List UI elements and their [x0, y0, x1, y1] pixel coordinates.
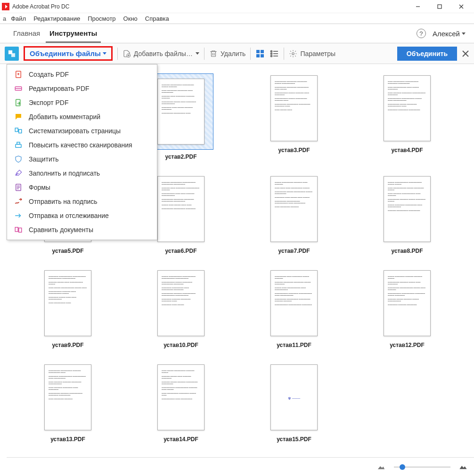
slider-handle[interactable] [400, 464, 405, 470]
comment-icon [14, 112, 23, 121]
combine-files-dropdown[interactable]: Объединить файлы [24, 46, 113, 61]
file-thumbnail[interactable]: ▬▬▬▬ ▬▬▬▬▬▬▬▬ ▬▬▬▬▬▬▬▬ ▬▬▬▬▬▬▬▬ ▬▬▬▬▬▬▬▬… [124, 268, 237, 348]
file-name: устав4.PDF [392, 147, 423, 153]
close-tool-button[interactable] [462, 50, 469, 57]
help-icon[interactable]: ? [417, 29, 426, 38]
dropdown-item-label: Повысить качество сканирования [29, 141, 132, 149]
page-preview: ▬▬▬▬▬ ▬▬▬▬▬▬▬ ▬▬▬▬▬▬▬▬ ▬▬▬▬▬▬▬ ▬▬▬▬▬▬▬ ▬… [157, 176, 204, 242]
menu-window[interactable]: Окно [121, 15, 140, 22]
svg-rect-15 [261, 54, 264, 57]
dropdown-item-forms[interactable]: Формы [7, 180, 157, 194]
dropdown-item-label: Экспорт PDF [29, 99, 69, 106]
file-thumbnail[interactable]: ▬▬▬▬▬▬▬ ▬▬▬▬▬▬ ▬▬▬▬▬▬ ▬▬▬▬ ▬▬▬▬▬▬▬▬ ▬▬▬▬… [237, 73, 351, 160]
page-preview: ▬▬▬▬ ▬▬▬▬▬▬▬▬ ▬▬▬▬▬▬▬▬ ▬▬▬▬ ▬▬▬▬ ▬▬▬ ▬▬▬… [384, 176, 431, 242]
separator [284, 48, 284, 60]
menu-view[interactable]: Просмотр [85, 15, 118, 22]
file-thumbnail[interactable]: ✾ ───устав15.PDF [237, 363, 351, 443]
page-preview: ▬▬▬▬▬▬▬ ▬▬▬▬▬▬▬ ▬▬▬▬▬ ▬▬▬▬▬▬▬ ▬▬▬ ▬▬▬▬▬▬… [44, 364, 91, 430]
user-menu[interactable]: Алексей [433, 30, 466, 38]
svg-rect-35 [17, 142, 20, 145]
svg-rect-12 [256, 50, 260, 53]
menu-help[interactable]: Справка [142, 15, 172, 22]
chevron-down-icon [196, 52, 199, 55]
file-thumbnail[interactable]: ▬▬▬▬▬▬ ▬▬▬▬▬▬▬▬ ▬▬▬▬▬▬▬▬ ▬▬▬▬▬▬▬▬ ▬▬▬▬▬▬… [11, 268, 124, 348]
dropdown-item-comment[interactable]: Добавить комментарий [7, 110, 157, 124]
chevron-down-icon [103, 52, 106, 55]
window-minimize-button[interactable] [407, 0, 429, 13]
menu-file[interactable]: Файл [8, 15, 29, 22]
file-name: устав6.PDF [165, 248, 197, 254]
file-thumbnail[interactable]: ▬▬▬▬▬▬▬ ▬▬▬ ▬▬▬▬▬▬ ▬▬▬▬ ▬▬▬▬▬ ▬▬▬▬▬ ▬▬▬▬… [237, 268, 351, 348]
footer-bar [7, 457, 474, 476]
file-thumbnail[interactable]: ▬▬▬▬ ▬▬▬▬▬▬▬▬ ▬▬▬▬▬▬▬▬ ▬▬▬▬ ▬▬▬▬ ▬▬▬ ▬▬▬… [351, 174, 464, 254]
send-track-icon [14, 211, 23, 220]
separator [250, 48, 251, 60]
dropdown-item-label: Создать PDF [29, 71, 69, 78]
dropdown-item-label: Заполнить и подписать [29, 169, 100, 177]
create-pdf-icon [14, 70, 23, 79]
file-name: устав11.PDF [277, 342, 311, 348]
options-button[interactable]: Параметры [289, 49, 335, 58]
dropdown-item-label: Формы [29, 184, 50, 191]
svg-point-20 [271, 55, 272, 56]
file-thumbnail[interactable]: ▬▬▬▬▬▬▬ ▬▬▬▬▬▬▬ ▬▬▬▬▬ ▬▬▬▬▬▬▬ ▬▬▬ ▬▬▬▬▬▬… [11, 363, 124, 443]
file-name: устав14.PDF [163, 436, 198, 443]
dropdown-item-label: Отправить на подпись [29, 198, 98, 205]
dropdown-item-edit-pdf[interactable]: Редактировать PDF [7, 81, 157, 96]
zoom-out-thumbnail-icon[interactable] [377, 464, 385, 470]
toolbar: Объединить файлы Добавить файлы… Удалить… [0, 43, 474, 64]
svg-rect-33 [19, 129, 22, 133]
svg-rect-13 [261, 50, 264, 53]
dropdown-item-send-sign[interactable]: Отправить на подпись [7, 194, 157, 209]
menubar-prefix: а [3, 15, 6, 22]
window-titlebar: Adobe Acrobat Pro DC [0, 0, 474, 13]
thumbnail-size-slider[interactable] [394, 467, 450, 468]
dropdown-item-compare[interactable]: Сравнить документы [7, 223, 157, 237]
protect-icon [14, 154, 23, 164]
chevron-down-icon [462, 32, 466, 35]
page-preview: ▬▬▬▬▬▬▬ ▬▬▬▬▬▬ ▬▬▬▬▬▬ ▬▬▬▬ ▬▬▬▬▬▬▬▬ ▬▬▬▬… [270, 75, 318, 141]
list-view-button[interactable] [270, 49, 279, 58]
file-name: устав10.PDF [163, 342, 198, 348]
file-thumbnail[interactable]: ▬▬▬▬ ▬▬▬▬▬▬▬ ▬▬▬▬▬ ▬▬▬ ▬▬▬▬▬ ▬▬▬ ▬▬▬ ▬▬▬… [237, 174, 351, 254]
add-files-button[interactable]: Добавить файлы… [123, 49, 199, 58]
dropdown-item-protect[interactable]: Защитить [7, 152, 157, 166]
dropdown-item-export-pdf[interactable]: Экспорт PDF [7, 96, 157, 110]
dropdown-item-fill-sign[interactable]: Заполнить и подписать [7, 166, 157, 180]
combine-tool-icon[interactable] [5, 47, 19, 61]
dropdown-item-label: Систематизировать страницы [29, 127, 121, 135]
dropdown-item-enhance-scan[interactable]: Повысить качество сканирования [7, 138, 157, 152]
edit-pdf-icon [14, 84, 23, 93]
separator [204, 48, 204, 60]
dropdown-item-create-pdf[interactable]: Создать PDF [7, 67, 157, 81]
dropdown-item-label: Редактировать PDF [29, 85, 90, 92]
tab-home[interactable]: Главная [8, 24, 45, 42]
thumbnail-view-button[interactable] [255, 49, 265, 58]
delete-button[interactable]: Удалить [209, 49, 245, 58]
file-thumbnail[interactable]: ▬▬▬▬ ▬▬▬▬▬▬ ▬▬▬▬▬ ▬▬▬▬▬ ▬▬▬▬ ▬▬▬▬▬▬▬ ▬▬▬… [351, 268, 464, 348]
dropdown-item-send-track[interactable]: Отправка и отслеживание [7, 209, 157, 223]
window-close-button[interactable] [450, 0, 472, 13]
tab-tools[interactable]: Инструменты [45, 24, 102, 42]
page-preview: ▬▬▬ ▬▬▬▬▬▬▬ ▬▬▬▬▬▬▬▬ ▬▬▬▬▬▬ ▬▬▬▬▬▬▬ ▬▬▬ … [384, 75, 431, 141]
menu-edit[interactable]: Редактирование [31, 15, 83, 22]
dropdown-item-label: Сравнить документы [29, 226, 93, 234]
svg-rect-34 [16, 145, 21, 148]
combine-action-button[interactable]: Объединить [397, 47, 457, 61]
file-thumbnail[interactable]: ▬▬▬ ▬▬▬▬ ▬▬▬▬▬▬▬ ▬▬▬▬▬ ▬▬▬▬ ▬▬▬▬▬ ▬▬▬▬ ▬… [124, 363, 237, 443]
fill-sign-icon [14, 169, 23, 178]
dropdown-item-label: Отправка и отслеживание [29, 212, 109, 219]
window-maximize-button[interactable] [429, 0, 450, 13]
dropdown-item-organize[interactable]: Систематизировать страницы [7, 124, 157, 138]
page-preview: ▬▬▬▬▬▬▬ ▬▬▬ ▬▬▬▬▬▬ ▬▬▬▬ ▬▬▬▬▬ ▬▬▬▬▬ ▬▬▬▬… [270, 270, 318, 336]
file-name: устав12.PDF [390, 342, 425, 348]
separator [117, 48, 118, 60]
zoom-in-thumbnail-icon[interactable] [459, 464, 467, 470]
tools-dropdown-menu: Создать PDFРедактировать PDFЭкспорт PDFД… [7, 64, 157, 240]
page-preview: ▬▬▬▬▬▬ ▬▬▬▬▬▬▬▬ ▬▬▬▬▬▬▬▬ ▬▬▬▬▬▬▬▬ ▬▬▬▬▬▬… [44, 270, 91, 336]
dropdown-item-label: Защитить [29, 155, 59, 163]
tabbar: Главная Инструменты ? Алексей [0, 24, 474, 43]
dropdown-item-label: Добавить комментарий [29, 113, 100, 121]
file-name: устав5.PDF [52, 248, 84, 254]
file-thumbnail[interactable]: ▬▬▬ ▬▬▬▬▬▬▬ ▬▬▬▬▬▬▬▬ ▬▬▬▬▬▬ ▬▬▬▬▬▬▬ ▬▬▬ … [351, 73, 464, 160]
